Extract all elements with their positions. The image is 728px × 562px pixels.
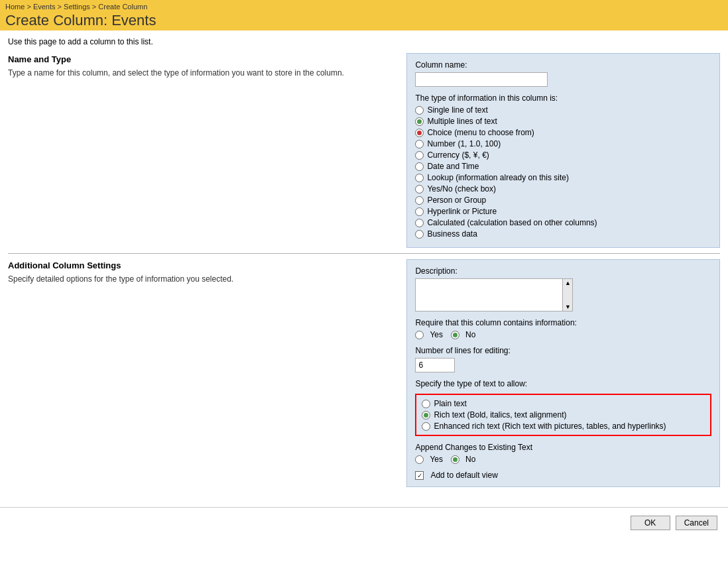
- additional-settings-right: Description: ▲ ▼ Require that this colum…: [406, 259, 720, 487]
- name-type-description: Type a name for this column, and select …: [8, 68, 393, 78]
- radio-require-yes[interactable]: [415, 331, 424, 339]
- text-type-enhanced[interactable]: Enhanced rich text (Rich text with pictu…: [422, 422, 705, 431]
- require-label: Require that this column contains inform…: [415, 318, 711, 327]
- num-lines-group: Number of lines for editing:: [415, 346, 711, 372]
- require-group: Require that this column contains inform…: [415, 318, 711, 339]
- column-name-input[interactable]: [415, 72, 548, 87]
- section-divider: [8, 253, 720, 254]
- type-datetime-label: Date and Time: [427, 162, 479, 171]
- radio-enhanced[interactable]: [422, 422, 430, 431]
- type-choice-label: Choice (menu to choose from): [427, 128, 534, 137]
- append-label: Append Changes to Existing Text: [415, 443, 711, 452]
- radio-calculated[interactable]: [415, 219, 424, 227]
- additional-settings-heading: Additional Column Settings: [8, 260, 393, 270]
- type-option-single-line[interactable]: Single line of text: [415, 105, 711, 115]
- description-scrollbar[interactable]: ▲ ▼: [562, 278, 573, 311]
- type-person-label: Person or Group: [427, 196, 486, 205]
- radio-append-no[interactable]: [451, 455, 459, 464]
- type-number-label: Number (1, 1.0, 100): [427, 139, 501, 148]
- type-option-person[interactable]: Person or Group: [415, 196, 711, 205]
- radio-choice[interactable]: [415, 129, 424, 137]
- type-option-business[interactable]: Business data: [415, 229, 711, 239]
- type-yesno-label: Yes/No (check box): [427, 184, 496, 194]
- require-yes-option[interactable]: Yes: [415, 330, 443, 339]
- type-lookup-label: Lookup (information already on this site…: [427, 173, 568, 182]
- num-lines-input[interactable]: [415, 358, 455, 372]
- description-group: Description: ▲ ▼: [415, 266, 711, 311]
- ok-button[interactable]: OK: [631, 516, 670, 530]
- radio-person[interactable]: [415, 196, 424, 205]
- name-type-heading: Name and Type: [8, 54, 393, 64]
- require-radio-group: Yes No: [415, 330, 711, 339]
- radio-plain[interactable]: [422, 400, 430, 408]
- type-option-datetime[interactable]: Date and Time: [415, 162, 711, 171]
- type-option-calculated[interactable]: Calculated (calculation based on other c…: [415, 218, 711, 227]
- name-type-section: Name and Type Type a name for this colum…: [8, 53, 720, 248]
- content-area: Use this page to add a column to this li…: [0, 30, 728, 494]
- radio-single-line[interactable]: [415, 106, 424, 115]
- scroll-up-icon[interactable]: ▲: [565, 280, 571, 286]
- additional-settings-description: Specify detailed options for the type of…: [8, 274, 393, 284]
- append-yes-label: Yes: [430, 455, 443, 464]
- type-multiple-lines-label: Multiple lines of text: [427, 117, 497, 126]
- append-group: Append Changes to Existing Text Yes No: [415, 443, 711, 464]
- type-option-number[interactable]: Number (1, 1.0, 100): [415, 139, 711, 148]
- breadcrumb: Home > Events > Settings > Create Column: [5, 3, 723, 11]
- plain-label: Plain text: [434, 399, 466, 408]
- require-no-option[interactable]: No: [451, 330, 475, 339]
- type-option-multiple-lines[interactable]: Multiple lines of text: [415, 117, 711, 126]
- text-type-rich[interactable]: Rich text (Bold, italics, text alignment…: [422, 410, 705, 420]
- rich-label: Rich text (Bold, italics, text alignment…: [434, 410, 566, 420]
- radio-datetime[interactable]: [415, 162, 424, 171]
- type-calculated-label: Calculated (calculation based on other c…: [427, 218, 597, 227]
- type-currency-label: Currency ($, ¥, €): [427, 150, 489, 160]
- radio-hyperlink[interactable]: [415, 207, 424, 216]
- text-type-box: Plain text Rich text (Bold, italics, tex…: [415, 394, 711, 436]
- radio-business[interactable]: [415, 230, 424, 239]
- radio-lookup[interactable]: [415, 174, 424, 182]
- type-info-label: The type of information in this column i…: [415, 93, 711, 103]
- append-radio-group: Yes No: [415, 455, 711, 464]
- name-type-left: Name and Type Type a name for this colum…: [8, 53, 406, 248]
- scroll-down-icon[interactable]: ▼: [565, 304, 571, 310]
- column-name-label: Column name:: [415, 60, 711, 70]
- type-option-lookup[interactable]: Lookup (information already on this site…: [415, 173, 711, 182]
- num-lines-label: Number of lines for editing:: [415, 346, 711, 355]
- append-no-option[interactable]: No: [451, 455, 475, 464]
- radio-currency[interactable]: [415, 151, 424, 160]
- radio-multiple-lines[interactable]: [415, 117, 424, 126]
- type-business-label: Business data: [427, 229, 477, 239]
- type-option-currency[interactable]: Currency ($, ¥, €): [415, 150, 711, 160]
- radio-number[interactable]: [415, 140, 424, 148]
- additional-settings-section: Additional Column Settings Specify detai…: [8, 259, 720, 487]
- type-single-line-label: Single line of text: [427, 105, 487, 115]
- page-title: Create Column: Events: [5, 12, 723, 29]
- type-option-hyperlink[interactable]: Hyperlink or Picture: [415, 207, 711, 216]
- column-name-group: Column name:: [415, 60, 711, 87]
- default-view-option[interactable]: Add to default view: [415, 471, 711, 480]
- append-yes-option[interactable]: Yes: [415, 455, 443, 464]
- radio-yesno[interactable]: [415, 185, 424, 194]
- text-type-plain[interactable]: Plain text: [422, 399, 705, 408]
- button-bar: OK Cancel: [0, 507, 728, 538]
- radio-require-no[interactable]: [451, 331, 459, 339]
- require-yes-label: Yes: [430, 330, 443, 339]
- type-hyperlink-label: Hyperlink or Picture: [427, 207, 497, 216]
- additional-settings-left: Additional Column Settings Specify detai…: [8, 259, 406, 487]
- text-type-label: Specify the type of text to allow:: [415, 379, 711, 388]
- enhanced-label: Enhanced rich text (Rich text with pictu…: [434, 422, 666, 431]
- description-textarea[interactable]: [415, 278, 562, 311]
- radio-append-yes[interactable]: [415, 455, 424, 464]
- radio-rich[interactable]: [422, 411, 430, 420]
- type-option-yesno[interactable]: Yes/No (check box): [415, 184, 711, 194]
- append-no-label: No: [465, 455, 475, 464]
- title-bar: Home > Events > Settings > Create Column…: [0, 0, 728, 30]
- default-view-checkbox[interactable]: [415, 471, 424, 480]
- default-view-label: Add to default view: [430, 471, 497, 480]
- description-textarea-wrapper: ▲ ▼: [415, 278, 711, 311]
- text-type-group: Specify the type of text to allow: Plain…: [415, 379, 711, 436]
- cancel-button[interactable]: Cancel: [676, 516, 717, 530]
- type-option-choice[interactable]: Choice (menu to choose from): [415, 128, 711, 137]
- name-type-right: Column name: The type of information in …: [406, 53, 720, 248]
- intro-text: Use this page to add a column to this li…: [8, 37, 720, 46]
